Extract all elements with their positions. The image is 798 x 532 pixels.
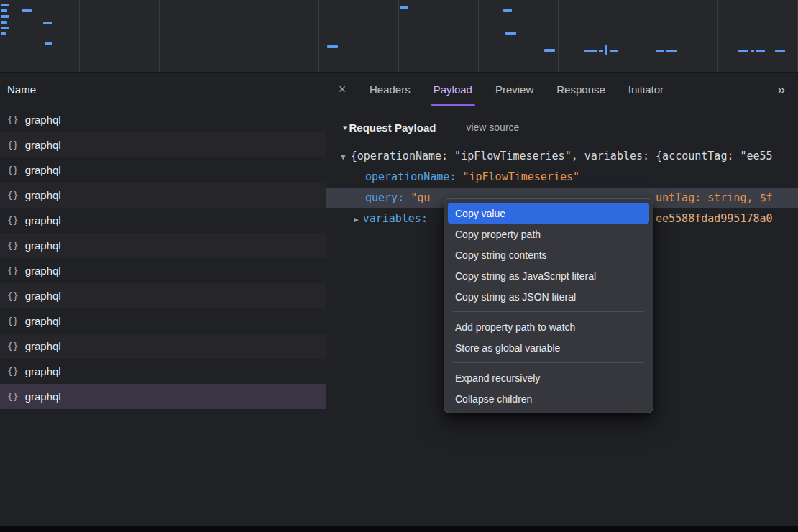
json-braces-icon: {}: [7, 290, 19, 301]
panel-divider[interactable]: [326, 73, 326, 526]
timeline-request-bar: [656, 50, 664, 52]
json-key: query:: [365, 191, 404, 204]
menu-item-copy-value[interactable]: Copy value: [448, 203, 649, 224]
menu-item-add-property-path-to-watch[interactable]: Add property path to watch: [448, 316, 649, 337]
name-column-header[interactable]: Name: [0, 73, 326, 106]
payload-summary: {operationName: "ipFlowTimeseries", vari…: [351, 150, 773, 162]
payload-row-operationName[interactable]: operationName: "ipFlowTimeseries": [365, 167, 579, 188]
devtools-network-panel: Name {}graphql {}graphql {}graphql {}gra…: [0, 0, 798, 532]
collapsed-triangle-icon: ▶: [354, 215, 359, 224]
request-payload-section-header[interactable]: ▾ Request Payload view source: [343, 118, 519, 137]
timeline-request-bar: [505, 32, 516, 35]
menu-item-store-as-global-variable[interactable]: Store as global variable: [448, 337, 649, 358]
json-braces-icon: {}: [7, 139, 19, 150]
section-title: Request Payload: [349, 121, 436, 134]
context-menu: Copy value Copy property path Copy strin…: [444, 198, 653, 413]
chevron-double-right-icon: »: [777, 81, 785, 98]
close-details-button[interactable]: ×: [326, 73, 358, 106]
request-label: graphql: [25, 139, 61, 151]
request-row-selected[interactable]: {}graphql: [0, 384, 326, 409]
request-label: graphql: [25, 290, 61, 302]
payload-row-variables[interactable]: ▶variables:: [354, 208, 428, 229]
expanded-triangle-icon: ▼: [341, 152, 346, 162]
request-row[interactable]: {}graphql: [0, 359, 326, 384]
json-string-value: "ipFlowTimeseries": [462, 170, 579, 183]
payload-row-query[interactable]: query: "qu: [365, 188, 430, 208]
timeline-request-bar: [738, 50, 748, 52]
json-braces-icon: {}: [7, 265, 19, 276]
json-braces-icon: {}: [7, 114, 19, 125]
json-braces-icon: {}: [7, 165, 19, 175]
json-braces-icon: {}: [7, 391, 19, 402]
request-row[interactable]: {}graphql: [0, 233, 326, 258]
timeline-request-bar: [584, 50, 597, 52]
request-row[interactable]: {}graphql: [0, 283, 326, 308]
details-tab-bar: × Headers Payload Preview Response Initi…: [326, 73, 798, 106]
menu-item-copy-string-js-literal[interactable]: Copy string as JavaScript literal: [448, 265, 649, 286]
timeline-request-bar: [400, 6, 408, 9]
timeline-request-bar: [605, 45, 607, 55]
name-column-label: Name: [7, 83, 36, 96]
timeline-request-bar: [1, 27, 9, 29]
json-braces-icon: {}: [7, 316, 19, 326]
request-label: graphql: [25, 114, 61, 126]
timeline-request-bar: [544, 49, 555, 52]
payload-root-row[interactable]: ▼{operationName: "ipFlowTimeseries", var…: [341, 146, 798, 167]
menu-item-copy-property-path[interactable]: Copy property path: [448, 224, 649, 244]
request-label: graphql: [25, 265, 61, 277]
timeline-request-bar: [22, 9, 32, 12]
json-braces-icon: {}: [7, 190, 19, 201]
timeline-request-bar: [327, 45, 338, 48]
tab-preview[interactable]: Preview: [486, 73, 543, 106]
view-source-toggle[interactable]: view source: [466, 121, 519, 133]
tab-payload[interactable]: Payload: [424, 73, 482, 106]
tab-headers[interactable]: Headers: [360, 73, 420, 106]
request-label: graphql: [25, 390, 61, 403]
collapse-triangle-icon: ▾: [343, 123, 347, 132]
menu-item-copy-string-json-literal[interactable]: Copy string as JSON literal: [448, 286, 649, 307]
request-list: {}graphql {}graphql {}graphql {}graphql …: [0, 107, 326, 409]
request-label: graphql: [25, 214, 61, 226]
request-row[interactable]: {}graphql: [0, 208, 326, 233]
timeline-request-bar: [1, 21, 7, 24]
timeline-request-bar: [45, 42, 52, 45]
json-braces-icon: {}: [7, 240, 19, 251]
timeline-request-bar: [1, 4, 9, 6]
window-bottom-edge: [0, 526, 798, 532]
timeline-request-bar: [775, 50, 785, 52]
timeline-request-bar: [599, 50, 603, 52]
timeline-request-bar: [610, 50, 618, 52]
request-label: graphql: [25, 164, 61, 176]
menu-separator: [453, 362, 644, 363]
menu-item-expand-recursively[interactable]: Expand recursively: [448, 367, 649, 388]
menu-separator: [453, 311, 644, 312]
request-row[interactable]: {}graphql: [0, 132, 326, 157]
json-braces-icon: {}: [7, 215, 19, 226]
menu-item-copy-string-contents[interactable]: Copy string contents: [448, 244, 649, 265]
more-tabs-button[interactable]: »: [764, 73, 798, 106]
request-label: graphql: [25, 189, 61, 201]
tab-response[interactable]: Response: [547, 73, 615, 106]
timeline-request-bar: [1, 15, 9, 18]
json-string-value: "qu: [411, 191, 430, 204]
tab-initiator[interactable]: Initiator: [619, 73, 673, 106]
request-row[interactable]: {}graphql: [0, 157, 326, 183]
menu-item-collapse-children[interactable]: Collapse children: [448, 388, 649, 409]
json-key: operationName:: [365, 170, 456, 183]
json-braces-icon: {}: [7, 341, 19, 352]
timeline-request-bar: [503, 9, 512, 12]
json-braces-icon: {}: [7, 366, 19, 377]
request-row[interactable]: {}graphql: [0, 107, 326, 132]
request-row[interactable]: {}graphql: [0, 334, 326, 359]
request-row[interactable]: {}graphql: [0, 308, 326, 334]
network-overview-strip[interactable]: [0, 0, 798, 73]
request-row[interactable]: {}graphql: [0, 183, 326, 208]
request-row[interactable]: {}graphql: [0, 258, 326, 283]
timeline-request-bar: [1, 9, 7, 12]
timeline-request-bar: [666, 50, 677, 52]
request-label: graphql: [25, 315, 61, 327]
payload-row-query-tail: untTag: string, $f: [656, 188, 798, 208]
close-icon: ×: [339, 82, 347, 97]
timeline-request-bar: [1, 32, 6, 35]
request-label: graphql: [25, 239, 61, 252]
